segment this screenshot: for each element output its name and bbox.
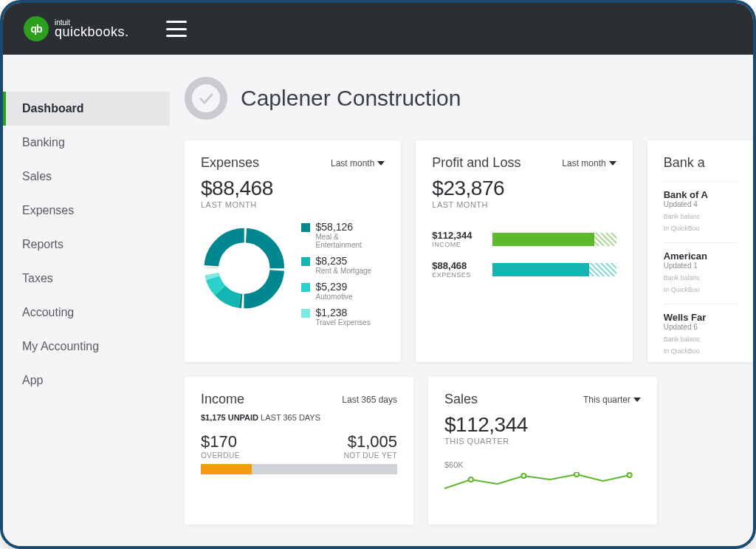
expenses-title: Expenses [201,155,259,171]
sidebar-item-my-accounting[interactable]: My Accounting [3,330,170,364]
swatch-icon [301,257,310,266]
svg-point-7 [521,474,526,478]
pl-sublabel: LAST MONTH [432,200,616,209]
sidebar-item-taxes[interactable]: Taxes [3,262,170,296]
qb-badge-icon: qb [24,16,49,41]
svg-point-6 [469,477,473,482]
income-card: Income Last 365 days $1,175 UNPAID LAST … [185,377,413,525]
income-unpaid-line: $1,175 UNPAID LAST 365 DAYS [201,413,397,422]
pl-period-label: Last month [562,158,605,168]
legend-item: $8,235Rent & Mortgage [301,255,385,275]
pl-amount: $23,876 [432,177,616,200]
hamburger-menu-icon[interactable] [166,21,187,37]
svg-point-9 [628,473,632,477]
sales-sublabel: THIS QUARTER [444,437,641,446]
swatch-icon [301,309,310,318]
sales-title: Sales [444,392,478,407]
content-area: Dashboard Banking Sales Expenses Reports… [3,55,753,546]
expenses-donut-chart [201,224,288,313]
brand-logo[interactable]: qb intuit quickbooks. [24,16,129,41]
topbar: qb intuit quickbooks. [3,3,753,55]
expenses-card: Expenses Last month $88,468 LAST MONTH [185,140,401,362]
sidebar: Dashboard Banking Sales Expenses Reports… [3,55,170,546]
expenses-legend: $58,126Meal & Entertainment $8,235Rent &… [301,221,385,327]
expenses-sublabel: LAST MONTH [201,200,385,209]
income-title: Income [201,392,244,407]
svg-point-8 [574,472,579,477]
legend-item: $1,238Travel Expenses [301,307,385,327]
sales-y-label: $60K [444,460,641,469]
app-window: qb intuit quickbooks. Dashboard Banking … [0,0,756,549]
bank-accounts-card: Bank a Bank of A Updated 4 Bank balanc I… [647,140,753,362]
pl-expenses-bar: $88,468EXPENSES [432,260,616,279]
sidebar-item-sales[interactable]: Sales [3,160,170,194]
expenses-period-label: Last month [331,158,374,168]
sales-card: Sales This quarter $112,344 THIS QUARTER… [428,377,657,525]
chevron-down-icon [633,398,641,402]
chevron-down-icon [609,161,616,166]
swatch-icon [301,223,310,232]
bank-title: Bank a [664,155,737,171]
income-bar-chart [201,464,397,474]
swatch-icon [301,283,310,292]
income-period-dropdown[interactable]: Last 365 days [342,395,397,405]
expenses-period-dropdown[interactable]: Last month [331,158,385,168]
expenses-amount: $88,468 [201,177,385,200]
sales-amount: $112,344 [444,413,641,437]
sidebar-item-app[interactable]: App [3,364,170,398]
income-notdue: $1,005NOT DUE YET [344,432,397,460]
pl-period-dropdown[interactable]: Last month [562,158,616,168]
income-overdue: $170OVERDUE [201,432,240,460]
sidebar-item-reports[interactable]: Reports [3,228,170,262]
legend-item: $58,126Meal & Entertainment [301,221,385,249]
sales-line-chart [444,472,641,494]
page-header: Caplener Construction [185,77,753,120]
main-panel: Caplener Construction Expenses Last mont… [170,55,753,546]
sidebar-item-expenses[interactable]: Expenses [3,194,170,228]
setup-check-icon[interactable] [185,77,227,120]
brand-big: quickbooks. [55,26,129,38]
bank-account-row[interactable]: Wells Far Updated 6 Bank balanc In Quick… [664,304,737,355]
sidebar-item-accouting[interactable]: Accouting [3,296,170,330]
bank-account-row[interactable]: Bank of A Updated 4 Bank balanc In Quick… [664,181,737,232]
chevron-down-icon [377,161,385,166]
pl-title: Profit and Loss [432,155,520,171]
sales-period-dropdown[interactable]: This quarter [583,395,641,405]
sidebar-item-dashboard[interactable]: Dashboard [3,92,170,126]
page-title: Caplener Construction [241,86,461,111]
bank-account-row[interactable]: American Updated 1 Bank balanc In QuickB… [664,242,737,293]
pl-income-bar: $112,344INCOME [432,230,616,248]
legend-item: $5,239Automotive [301,281,385,301]
profit-loss-card: Profit and Loss Last month $23,876 LAST … [416,140,632,362]
sidebar-item-banking[interactable]: Banking [3,126,170,160]
